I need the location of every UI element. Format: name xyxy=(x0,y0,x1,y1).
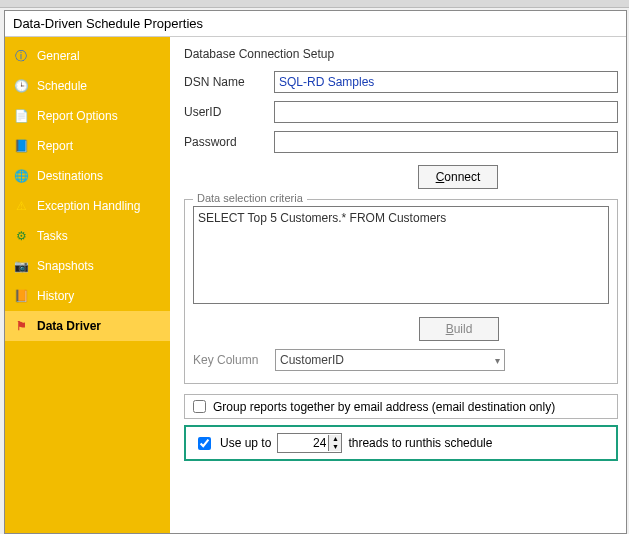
camera-icon: 📷 xyxy=(13,258,29,274)
use-threads-checkbox[interactable] xyxy=(198,437,211,450)
password-input[interactable] xyxy=(274,131,618,153)
threads-row: Use up to ▲ ▼ threads to runthis schedul… xyxy=(184,425,618,461)
sidebar-item-schedule[interactable]: 🕒 Schedule xyxy=(5,71,170,101)
sidebar-nav: ⓘ General 🕒 Schedule 📄 Report Options 📘 … xyxy=(5,37,170,533)
group-reports-row: Group reports together by email address … xyxy=(184,394,618,419)
clock-icon: 🕒 xyxy=(13,78,29,94)
sidebar-item-destinations[interactable]: 🌐 Destinations xyxy=(5,161,170,191)
group-reports-checkbox[interactable] xyxy=(193,400,206,413)
sidebar-item-label: Tasks xyxy=(37,229,68,243)
group-reports-label: Group reports together by email address … xyxy=(213,400,555,414)
info-icon: ⓘ xyxy=(13,48,29,64)
sidebar-item-label: History xyxy=(37,289,74,303)
sidebar-item-label: General xyxy=(37,49,80,63)
data-selection-fieldset: Data selection criteria BuildBuild Key C… xyxy=(184,199,618,384)
sidebar-item-label: Snapshots xyxy=(37,259,94,273)
threads-suffix: threads to runthis schedule xyxy=(348,436,492,450)
dialog-title: Data-Driven Schedule Properties xyxy=(5,11,626,37)
sidebar-item-general[interactable]: ⓘ General xyxy=(5,41,170,71)
sidebar-item-history[interactable]: 📙 History xyxy=(5,281,170,311)
dsn-label: DSN Name xyxy=(184,75,274,89)
key-column-combo[interactable]: CustomerID ▾ xyxy=(275,349,505,371)
sidebar-item-label: Report Options xyxy=(37,109,118,123)
sidebar-item-label: Schedule xyxy=(37,79,87,93)
data-driver-icon: ⚑ xyxy=(13,318,29,334)
destinations-icon: 🌐 xyxy=(13,168,29,184)
sidebar-item-data-driver[interactable]: ⚑ Data Driver xyxy=(5,311,170,341)
userid-label: UserID xyxy=(184,105,274,119)
report-icon: 📘 xyxy=(13,138,29,154)
connect-button[interactable]: CConnectonnect xyxy=(418,165,498,189)
spinner-up-icon[interactable]: ▲ xyxy=(329,435,341,443)
sidebar-item-tasks[interactable]: ⚙ Tasks xyxy=(5,221,170,251)
threads-prefix: Use up to xyxy=(220,436,271,450)
sidebar-item-label: Data Driver xyxy=(37,319,101,333)
section-title: Database Connection Setup xyxy=(184,47,618,61)
fieldset-legend: Data selection criteria xyxy=(193,192,307,204)
build-button[interactable]: BuildBuild xyxy=(419,317,499,341)
threads-input[interactable] xyxy=(278,434,328,452)
sidebar-item-label: Exception Handling xyxy=(37,199,140,213)
history-icon: 📙 xyxy=(13,288,29,304)
spinner-down-icon[interactable]: ▼ xyxy=(329,443,341,451)
sidebar-item-report[interactable]: 📘 Report xyxy=(5,131,170,161)
userid-input[interactable] xyxy=(274,101,618,123)
key-column-value: CustomerID xyxy=(280,353,344,367)
warning-icon: ⚠ xyxy=(13,198,29,214)
schedule-properties-dialog: Data-Driven Schedule Properties ⓘ Genera… xyxy=(4,10,627,534)
threads-spinner[interactable]: ▲ ▼ xyxy=(277,433,342,453)
dsn-input[interactable] xyxy=(274,71,618,93)
key-column-label: Key Column xyxy=(193,353,267,367)
tasks-icon: ⚙ xyxy=(13,228,29,244)
sidebar-item-snapshots[interactable]: 📷 Snapshots xyxy=(5,251,170,281)
sidebar-item-exception-handling[interactable]: ⚠ Exception Handling xyxy=(5,191,170,221)
password-label: Password xyxy=(184,135,274,149)
options-icon: 📄 xyxy=(13,108,29,124)
sql-textarea[interactable] xyxy=(193,206,609,304)
sidebar-item-label: Destinations xyxy=(37,169,103,183)
content-pane: Database Connection Setup DSN Name UserI… xyxy=(170,37,626,533)
sidebar-item-report-options[interactable]: 📄 Report Options xyxy=(5,101,170,131)
chevron-down-icon: ▾ xyxy=(495,355,500,366)
sidebar-item-label: Report xyxy=(37,139,73,153)
